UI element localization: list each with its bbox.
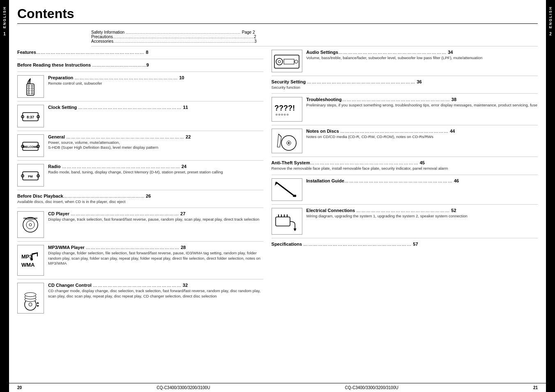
page-title: Contents: [17, 6, 538, 24]
side-tab-right-num: 2: [549, 32, 552, 36]
electrical-title: Electrical Connections ………………………………………………: [306, 208, 538, 213]
before-disc-desc: Available discs, disc insert, when CD is…: [17, 199, 263, 204]
side-tab-right: ENGLISH 2: [546, 0, 555, 392]
general-title: General ……………………………………………………………… 22: [48, 134, 263, 139]
svg-text:o  o  o  o  o: o o o o o: [276, 113, 289, 116]
cd-changer-title: CD Changer Control ……………………………………………… 32: [48, 283, 263, 288]
svg-line-44: [276, 182, 295, 196]
audio-icon: [272, 50, 302, 72]
preparation-row: Preparation ……………………………………………………… 10 Rem…: [17, 75, 263, 98]
mp3-title: MP3/WMA Player ………………………………………………… 28: [48, 245, 263, 250]
intro-item-2: Precautions.............................…: [91, 35, 538, 39]
cd-player-text: CD Player ………………………………………………………… 27 Disp…: [48, 211, 263, 222]
intro-page-2: 2: [254, 35, 256, 39]
svg-point-33: [25, 293, 36, 297]
toc-installation: Installation Guide……………………………………………………………: [272, 178, 538, 205]
installation-row: Installation Guide……………………………………………………………: [272, 178, 538, 201]
cd-changer-desc: CD changer mode, display change, disc se…: [48, 288, 263, 299]
troubleshooting-icon: ????! o o o o o: [272, 97, 302, 122]
electrical-icon: [272, 208, 302, 235]
notes-discs-desc: Notes on CD/CD media (CD-R, CD-RW, CD-RO…: [306, 134, 538, 139]
clock-title: Clock Setting ……………………………………………………… 11: [48, 105, 263, 110]
svg-point-4: [31, 88, 33, 89]
svg-text:WELCOME: WELCOME: [23, 145, 38, 148]
preparation-text: Preparation ……………………………………………………… 10 Rem…: [48, 75, 263, 86]
before-disc-title: Before Disc Playback……………………………………………… 2…: [17, 194, 263, 198]
toc-columns: Features………………………………………………………… 8 Before …: [17, 50, 538, 320]
svg-rect-37: [284, 59, 294, 64]
notes-discs-icon-svg: [272, 130, 301, 152]
clock-text: Clock Setting ……………………………………………………… 11: [48, 105, 263, 111]
anti-theft-desc: Remove the removable face plate, install…: [272, 166, 538, 171]
electrical-icon-svg: [272, 209, 301, 233]
svg-point-30: [29, 303, 32, 306]
right-col: Audio Settings………………………………………………………… 34 …: [272, 50, 538, 320]
side-tab-left: ENGLISH 1: [0, 0, 9, 392]
radio-title: Radio ……………………………………………………………… 24: [48, 164, 263, 169]
toc-general: WELCOME General …………………………………………………………………: [17, 134, 263, 161]
installation-text: Installation Guide……………………………………………………………: [306, 178, 538, 184]
mp3-text: MP3/WMA Player ………………………………………………… 28 Di…: [48, 245, 263, 266]
svg-point-43: [288, 142, 290, 144]
toc-intro: Safety Information .....................…: [91, 30, 538, 46]
radio-row: FM Radio ……………………………………………………………… 24 Rad…: [17, 164, 263, 187]
audio-icon-svg: [272, 51, 301, 71]
general-icon-svg: WELCOME: [19, 136, 42, 156]
intro-page-1: Page 2: [242, 30, 255, 35]
intro-item-1: Safety Information .....................…: [91, 30, 538, 35]
audio-row: Audio Settings………………………………………………………… 34 …: [272, 50, 538, 72]
toc-clock: 8:37 Clock Setting …………………………………………………………: [17, 105, 263, 131]
toc-radio: FM Radio ……………………………………………………………… 24 Rad…: [17, 164, 263, 190]
features-title: Features………………………………………………………… 8: [17, 50, 263, 55]
installation-icon: [272, 178, 302, 201]
clock-icon: 8:37: [17, 105, 44, 127]
notes-discs-title: Notes on Discs ………………………………………………………… 44: [306, 129, 538, 134]
mp3-desc: Display change, folder selection, file s…: [48, 251, 263, 266]
toc-mp3: MP3 WMA MP3/WMA Player ………………………………………………: [17, 245, 263, 279]
svg-text:????!: ????!: [274, 104, 295, 112]
svg-point-23: [29, 224, 32, 226]
troubleshooting-icon-svg: ????! o o o o o: [272, 98, 301, 121]
specifications-title: Specifications ………………………………………………………… 57: [272, 242, 538, 247]
cd-player-desc: Display change, track selection, fast fo…: [48, 217, 263, 222]
toc-electrical: Electrical Connections ………………………………………………: [272, 208, 538, 238]
anti-theft-title: Anti-Theft System………………………………………………………… …: [272, 160, 538, 165]
svg-point-3: [28, 88, 30, 89]
cd-changer-icon: [17, 283, 44, 314]
svg-point-22: [26, 221, 35, 229]
audio-title: Audio Settings………………………………………………………… 34: [306, 50, 538, 55]
main-content: Contents Safety Information ............…: [9, 0, 546, 383]
troubleshooting-row: ????! o o o o o Troubleshooting…………………………: [272, 97, 538, 122]
clock-row: 8:37 Clock Setting …………………………………………………………: [17, 105, 263, 127]
radio-desc: Radio mode, band, tuning, display change…: [48, 170, 263, 175]
radio-text: Radio ……………………………………………………………… 24 Radio …: [48, 164, 263, 175]
notes-discs-text: Notes on Discs ………………………………………………………… 44…: [306, 129, 538, 139]
toc-specifications: Specifications ………………………………………………………… 57: [272, 242, 538, 251]
page-container: ENGLISH 1 ENGLISH 2 Contents Safety Info…: [0, 0, 555, 392]
cd-changer-icon-svg: [19, 284, 42, 313]
svg-point-1: [28, 85, 30, 87]
troubleshooting-desc: Preliminary steps, if you suspect someth…: [306, 103, 538, 108]
svg-point-8: [31, 92, 33, 94]
svg-point-5: [28, 90, 30, 92]
cd-player-icon-svg: [19, 213, 42, 236]
svg-text:WMA: WMA: [21, 262, 35, 268]
toc-before-reading: Before Reading these Instructions …………………: [17, 62, 263, 72]
audio-desc: Volume, bass/treble, balance/fader, subw…: [306, 55, 538, 60]
svg-point-7: [28, 92, 30, 94]
electrical-desc: Wiring diagram, upgrading the system 1, …: [306, 214, 538, 219]
general-desc: Power, source, volume, mute/attenuation,…: [48, 140, 263, 150]
remote-icon-svg: [19, 76, 42, 97]
before-reading-title: Before Reading these Instructions …………………: [17, 62, 263, 67]
audio-text: Audio Settings………………………………………………………… 34 …: [306, 50, 538, 60]
toc-security: Security Setting ………………………………………………………… …: [272, 79, 538, 94]
notes-discs-row: Notes on Discs ………………………………………………………… 44…: [272, 129, 538, 153]
installation-title: Installation Guide……………………………………………………………: [306, 178, 538, 183]
troubleshooting-title: Troubleshooting………………………………………………………… 38: [306, 97, 538, 102]
installation-icon-svg: [272, 179, 301, 200]
toc-audio: Audio Settings………………………………………………………… 34 …: [272, 50, 538, 76]
general-icon: WELCOME: [17, 134, 44, 157]
mp3-icon-svg: MP3 WMA: [19, 246, 42, 275]
svg-rect-46: [276, 217, 290, 226]
electrical-text: Electrical Connections ………………………………………………: [306, 208, 538, 219]
